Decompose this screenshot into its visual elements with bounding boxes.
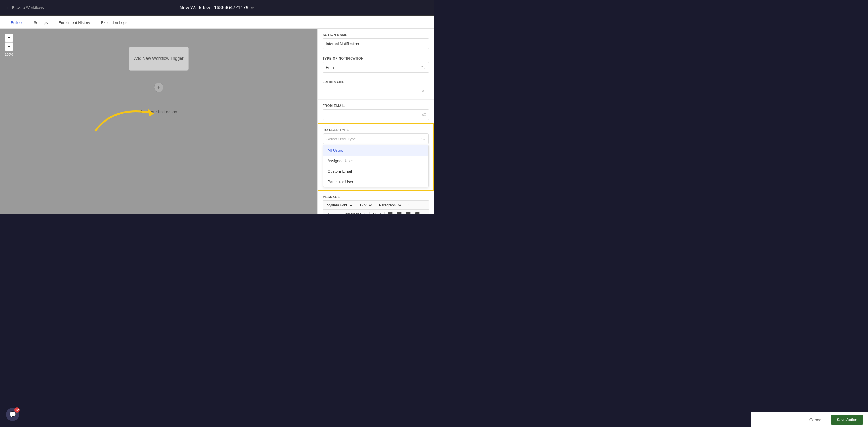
- tab-builder[interactable]: Builder: [6, 17, 28, 28]
- notification-type-select[interactable]: Email SMS In-App: [322, 62, 429, 73]
- option-assigned-user[interactable]: Assigned User: [323, 155, 428, 166]
- from-name-section: FROM NAME 🏷: [318, 76, 434, 99]
- toolbar-divider-6: [384, 212, 385, 214]
- from-email-label: FROM EMAIL: [322, 104, 429, 107]
- header: ← Back to Workflows New Workflow : 16884…: [0, 0, 434, 16]
- back-button[interactable]: ← Back to Workflows: [6, 5, 44, 10]
- italic-toolbar-btn[interactable]: I: [406, 202, 410, 208]
- notification-type-label: TYPE OF NOTIFICATION: [322, 57, 429, 60]
- font-size-select[interactable]: 12pt: [357, 202, 373, 208]
- message-toolbar-row2: ↩ ↪ Paragraph B I ⬛ ⬛ ⬛ ⬛: [322, 209, 429, 214]
- back-label: Back to Workflows: [12, 5, 44, 10]
- style-select[interactable]: Paragraph: [342, 211, 368, 214]
- to-user-type-label: TO USER TYPE: [323, 128, 429, 132]
- option-particular-user[interactable]: Particular User: [323, 176, 428, 187]
- align-center-btn[interactable]: ⬛: [396, 211, 403, 214]
- font-family-select[interactable]: System Font: [324, 202, 353, 208]
- tab-settings[interactable]: Settings: [29, 17, 52, 28]
- workflow-canvas: + − 100% Add New Workflow Trigger + Add …: [0, 29, 317, 214]
- justify-btn[interactable]: ⬛: [413, 211, 421, 214]
- toolbar-divider-4: [340, 212, 340, 214]
- from-name-label: FROM NAME: [322, 80, 429, 84]
- tab-enrollment-history[interactable]: Enrollment History: [54, 17, 95, 28]
- from-name-input-wrapper: 🏷: [322, 86, 429, 96]
- chevron-down-icon: ⌃⌄: [420, 137, 425, 141]
- notification-type-wrapper: Email SMS In-App: [322, 62, 429, 73]
- bold-btn[interactable]: B: [372, 211, 377, 214]
- from-name-input[interactable]: [322, 86, 429, 96]
- arrow-annotation: [90, 89, 173, 138]
- message-label: MESSAGE: [322, 195, 429, 199]
- notification-type-section: TYPE OF NOTIFICATION Email SMS In-App: [318, 52, 434, 76]
- toolbar-divider-5: [369, 212, 370, 214]
- main-content: + − 100% Add New Workflow Trigger + Add …: [0, 29, 434, 214]
- from-email-input-wrapper: 🏷: [322, 109, 429, 120]
- trigger-box[interactable]: Add New Workflow Trigger: [129, 47, 189, 70]
- from-email-input[interactable]: [322, 109, 429, 120]
- option-all-users[interactable]: All Users: [323, 145, 428, 155]
- zoom-controls: + − 100%: [5, 33, 13, 56]
- option-custom-email[interactable]: Custom Email: [323, 166, 428, 176]
- tab-execution-logs[interactable]: Execution Logs: [96, 17, 132, 28]
- to-user-type-section: TO USER TYPE Select User Type ⌃⌄ All Use…: [318, 123, 434, 191]
- connector-line-top: [159, 70, 159, 83]
- from-email-section: FROM EMAIL 🏷: [318, 99, 434, 123]
- svg-marker-0: [148, 109, 154, 117]
- right-panel: ACTION NAME TYPE OF NOTIFICATION Email S…: [317, 29, 434, 214]
- user-type-placeholder: Select User Type: [327, 137, 356, 141]
- zoom-out-button[interactable]: −: [5, 42, 13, 51]
- redo-btn[interactable]: ↪: [332, 211, 338, 214]
- zoom-in-button[interactable]: +: [5, 33, 13, 42]
- tag-icon-from-email: 🏷: [422, 112, 426, 117]
- back-arrow-icon: ←: [6, 5, 10, 10]
- toolbar-divider-2: [374, 203, 375, 208]
- action-name-label: ACTION NAME: [322, 33, 429, 36]
- tabs-bar: Builder Settings Enrollment History Exec…: [0, 16, 434, 29]
- align-left-btn[interactable]: ⬛: [386, 211, 394, 214]
- italic-btn[interactable]: I: [378, 211, 382, 214]
- message-section: MESSAGE System Font 12pt Paragraph I ↩: [318, 191, 434, 214]
- user-type-options: All Users Assigned User Custom Email Par…: [323, 145, 429, 187]
- action-name-input[interactable]: [322, 38, 429, 49]
- header-title: New Workflow : 1688464221179 ✏: [180, 5, 255, 10]
- undo-btn[interactable]: ↩: [324, 211, 331, 214]
- message-toolbar-row1: System Font 12pt Paragraph I: [322, 200, 429, 209]
- workflow-title: New Workflow : 1688464221179: [180, 5, 249, 10]
- edit-icon[interactable]: ✏: [251, 5, 254, 10]
- toolbar-divider-3: [404, 203, 404, 208]
- user-type-select-box[interactable]: Select User Type ⌃⌄: [323, 134, 429, 144]
- align-right-btn[interactable]: ⬛: [404, 211, 412, 214]
- paragraph-select[interactable]: Paragraph: [377, 202, 402, 208]
- action-name-section: ACTION NAME: [318, 29, 434, 52]
- tag-icon-from-name: 🏷: [422, 89, 426, 93]
- toolbar-divider-1: [355, 203, 355, 208]
- zoom-level: 100%: [5, 53, 13, 56]
- user-type-dropdown: Select User Type ⌃⌄ All Users Assigned U…: [323, 134, 429, 187]
